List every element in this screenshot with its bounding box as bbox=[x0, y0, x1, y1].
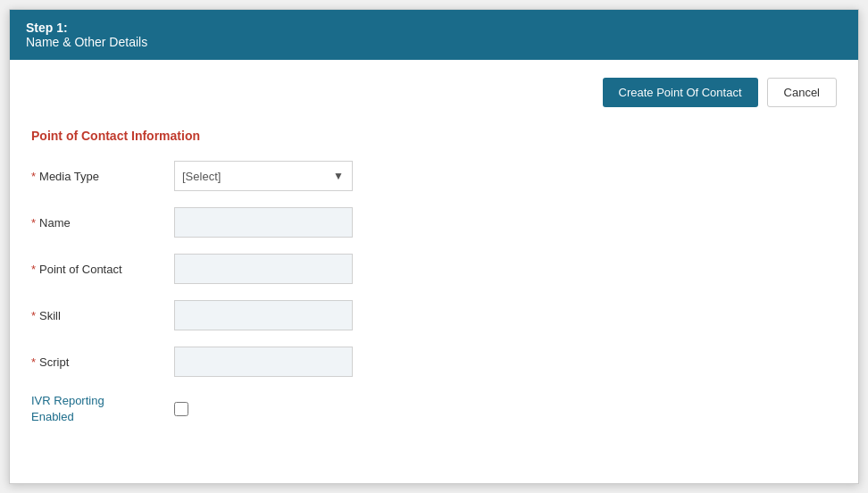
ivr-reporting-checkbox[interactable] bbox=[174, 402, 188, 416]
required-star-skill: * bbox=[31, 309, 36, 322]
media-type-select-wrapper: [Select] ▼ bbox=[174, 161, 353, 191]
required-star-name: * bbox=[31, 216, 36, 230]
modal-header: Step 1: Name & Other Details bbox=[10, 10, 858, 60]
ivr-reporting-label: IVR ReportingEnabled bbox=[31, 393, 174, 425]
skill-input[interactable] bbox=[174, 300, 353, 330]
toolbar: Create Point Of Contact Cancel bbox=[31, 78, 837, 107]
form-row-ivr-reporting: IVR ReportingEnabled bbox=[31, 393, 837, 425]
required-star-media-type: * bbox=[31, 170, 36, 183]
required-star-poc: * bbox=[31, 263, 36, 276]
name-input[interactable] bbox=[174, 207, 353, 238]
section-title: Point of Contact Information bbox=[31, 129, 837, 143]
form-row-media-type: *Media Type [Select] ▼ bbox=[31, 161, 837, 191]
skill-label: *Skill bbox=[31, 309, 174, 322]
modal-body: Create Point Of Contact Cancel Point of … bbox=[10, 60, 858, 483]
form-row-point-of-contact: *Point of Contact bbox=[31, 254, 837, 284]
modal-container: Step 1: Name & Other Details Create Poin… bbox=[9, 9, 859, 484]
script-label: *Script bbox=[31, 355, 174, 369]
required-star-script: * bbox=[31, 355, 36, 369]
point-of-contact-label: *Point of Contact bbox=[31, 263, 174, 276]
point-of-contact-input[interactable] bbox=[174, 254, 353, 284]
form-row-skill: *Skill bbox=[31, 300, 837, 330]
form-row-script: *Script bbox=[31, 347, 837, 377]
form-row-name: *Name bbox=[31, 207, 837, 238]
media-type-select[interactable]: [Select] bbox=[174, 161, 353, 191]
name-label: *Name bbox=[31, 216, 174, 230]
create-point-of-contact-button[interactable]: Create Point Of Contact bbox=[603, 78, 758, 107]
step-subtitle: Name & Other Details bbox=[26, 35, 842, 49]
script-input[interactable] bbox=[174, 347, 353, 377]
step-label: Step 1: bbox=[26, 21, 842, 35]
media-type-label: *Media Type bbox=[31, 170, 174, 183]
cancel-button[interactable]: Cancel bbox=[767, 78, 837, 107]
